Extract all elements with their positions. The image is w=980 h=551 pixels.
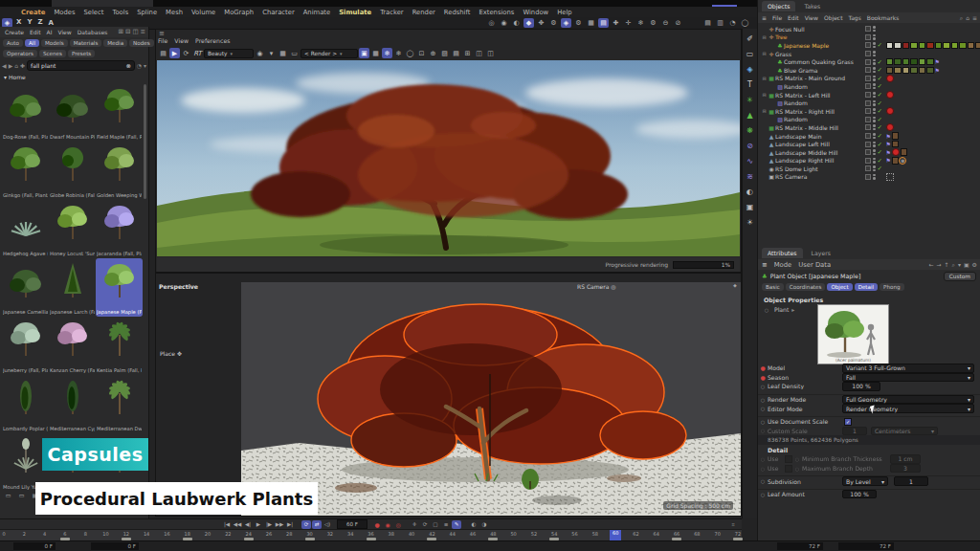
menu-character[interactable]: Character — [262, 9, 295, 16]
custom-button[interactable]: Custom — [944, 272, 976, 281]
filter-tab-nodes[interactable]: Nodes — [129, 39, 154, 47]
filter-tab-scenes[interactable]: Scenes — [39, 50, 66, 57]
snapshot-icon[interactable]: ▤ — [158, 48, 168, 58]
ab-window-icon-2[interactable]: ◫ — [132, 28, 138, 35]
render-dot[interactable] — [873, 37, 876, 40]
menu-select[interactable]: Select — [83, 9, 103, 16]
visibility-toggles[interactable] — [873, 124, 876, 130]
layer-toggle[interactable] — [865, 92, 871, 98]
pass-dropdown[interactable]: Beauty▾ — [204, 49, 254, 58]
param-dropdown[interactable]: Fall▾ — [842, 373, 974, 383]
enabled-check-icon[interactable]: ✓ — [878, 157, 885, 165]
render-dot[interactable] — [873, 55, 876, 57]
ab-menu-view[interactable]: View — [57, 29, 71, 35]
render-dot[interactable] — [873, 112, 876, 115]
render-dot[interactable] — [873, 177, 876, 180]
redshift-tag-icon[interactable] — [886, 107, 894, 115]
editor-dot[interactable] — [873, 149, 876, 152]
render-dot[interactable] — [873, 128, 876, 131]
object-row-landscape-middle-hill[interactable]: ▲Landscape Middle Hill✓⚑ — [758, 148, 980, 157]
ab-footer-icon-1[interactable]: ▭ — [16, 490, 27, 500]
protection-tag-icon[interactable] — [886, 173, 894, 181]
menu-modes[interactable]: Modes — [54, 9, 75, 16]
material-swatch[interactable] — [892, 132, 900, 140]
editor-dot[interactable] — [873, 76, 876, 78]
loop-button[interactable]: ⟳ — [301, 520, 311, 529]
collapse-icon[interactable]: ⊟ — [761, 51, 768, 56]
at-menu-user-data[interactable]: User Data — [798, 261, 831, 269]
anim-dot-icon[interactable]: ○ — [762, 307, 771, 313]
enabled-check-icon[interactable]: ✓ — [878, 132, 885, 140]
material-swatch[interactable] — [926, 58, 934, 66]
attr-tab-basic[interactable]: Basic — [762, 283, 784, 291]
om-menu-object[interactable]: Object — [824, 14, 843, 21]
forward-icon[interactable]: ▶ — [9, 62, 13, 69]
menu-volume[interactable]: Volume — [191, 9, 215, 16]
at-mode-icon-4[interactable]: ▾ — [958, 261, 961, 269]
breadcrumb[interactable]: ▾Home — [4, 74, 26, 80]
spline-icon[interactable]: ∿ — [745, 155, 756, 166]
phong-tag-icon[interactable]: ⚑ — [886, 149, 891, 156]
asset-item-lombardy-poplar-fall[interactable]: Lombardy Poplar (Fall... — [2, 375, 49, 433]
collapse-icon[interactable]: ⊟ — [761, 92, 768, 98]
enabled-check-icon[interactable]: ✓ — [878, 148, 885, 156]
add-icon[interactable]: ✚ — [20, 62, 25, 69]
asset-item-hedgehog-agave-fall[interactable]: Hedgehog Agave (Fall... — [2, 200, 49, 258]
pingpong-button[interactable]: ⇄ — [312, 520, 322, 529]
search-input[interactable]: fall plant⊗ — [27, 60, 135, 71]
param-value-field[interactable]: 1 — [842, 427, 867, 436]
home-icon[interactable]: ⌂ — [14, 62, 18, 69]
sim-scene-icon[interactable]: ◆ — [523, 18, 534, 28]
editor-dot[interactable] — [873, 100, 876, 103]
anim-dot-icon[interactable]: ○ — [792, 466, 802, 472]
at-tab-layers[interactable]: Layers — [806, 248, 836, 258]
at-mode-icon-3[interactable]: ⌕ — [952, 261, 955, 269]
material-swatch[interactable] — [968, 42, 975, 50]
material-swatch[interactable] — [919, 67, 926, 75]
autokey-button[interactable]: ◉ — [383, 520, 392, 529]
editor-dot[interactable] — [873, 117, 876, 120]
asset-item-dwarf-mountain-pine[interactable]: Dwarf Mountain Pine (... — [49, 83, 96, 142]
modes-icon[interactable]: ◐ — [511, 18, 522, 28]
editor-dot[interactable] — [873, 34, 876, 37]
asset-item-mediterranean-cypres[interactable]: Mediterranean Cypres... — [49, 375, 96, 433]
filter-tab-operators[interactable]: Operators — [3, 50, 37, 57]
material-swatch[interactable] — [892, 157, 900, 165]
record-button[interactable]: ● — [372, 520, 382, 529]
render-dot[interactable] — [873, 153, 876, 156]
current-frame-field[interactable]: 60 F — [337, 519, 368, 529]
filter-tab-media[interactable]: Media — [103, 39, 127, 47]
balloon-icon[interactable]: ◈ — [561, 18, 571, 28]
menu-render[interactable]: Render — [412, 9, 435, 16]
layer-toggle[interactable] — [865, 174, 871, 180]
timeline-end-field[interactable]: 72 F — [777, 542, 823, 550]
render-slot-dropdown[interactable]: < Render >▾ — [301, 49, 358, 58]
copy-button[interactable]: ◫ — [485, 48, 496, 58]
enabled-check-icon[interactable]: ✓ — [878, 91, 885, 99]
visibility-toggles[interactable] — [873, 42, 876, 48]
object-row-landscape-right-hill[interactable]: ▲Landscape Right Hill✓⚑⊗ — [758, 157, 980, 165]
mograph-icon[interactable]: ❋ — [745, 124, 756, 136]
anim-dot-icon[interactable]: ○ — [758, 466, 768, 472]
selection-tag-icon[interactable]: ⊗ — [900, 158, 905, 164]
array-icon[interactable]: ▲ — [745, 109, 756, 121]
object-row-random[interactable]: ▨Random✓ — [758, 99, 980, 107]
render-dot[interactable] — [873, 71, 876, 74]
material-swatch[interactable] — [901, 148, 908, 156]
back-icon[interactable]: ◀ — [2, 62, 7, 69]
key-scale-button[interactable]: ▢ — [431, 520, 440, 529]
layer-toggle[interactable] — [865, 100, 871, 106]
enabled-check-icon[interactable]: ✓ — [878, 141, 885, 148]
asset-item-golden-weeping-willo[interactable]: Golden Weeping Willo... — [96, 142, 143, 200]
softbody-icon[interactable]: ⚙ — [573, 18, 584, 28]
snow-icon[interactable]: ❄ — [635, 18, 646, 28]
material-swatch[interactable] — [975, 42, 980, 50]
layer-toggle[interactable] — [865, 26, 871, 32]
asset-item-field-maple-fall-plant[interactable]: Field Maple (Fall, Plant) — [96, 83, 143, 142]
filter-tab-all[interactable]: All — [25, 39, 39, 47]
om-menu-file[interactable]: File — [772, 14, 782, 21]
layer-toggle[interactable] — [865, 142, 871, 147]
render-dot[interactable] — [873, 96, 876, 99]
visibility-toggles[interactable] — [873, 149, 876, 155]
render-dot[interactable] — [873, 120, 876, 122]
